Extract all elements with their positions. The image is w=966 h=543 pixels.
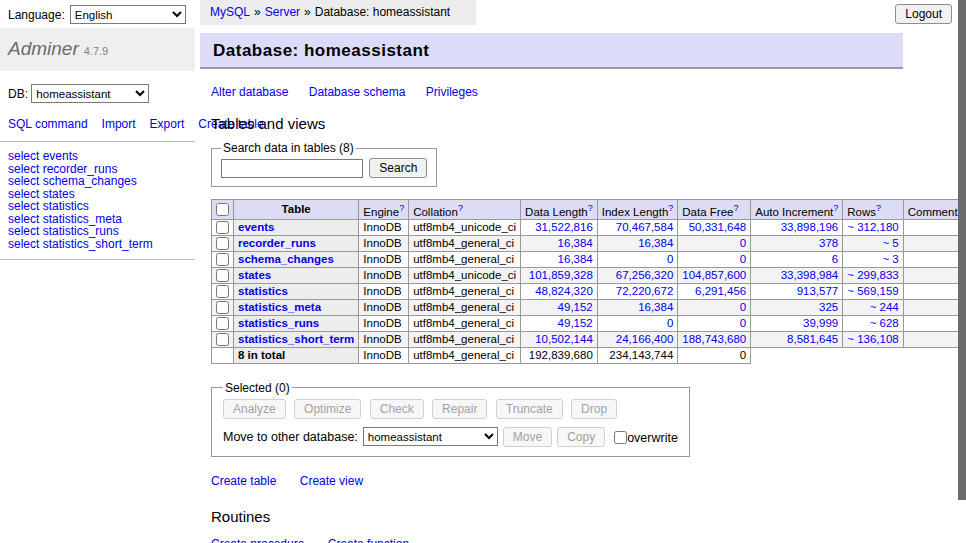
search-input[interactable] (221, 159, 363, 178)
rows-count-link[interactable]: ~ 136,108 (847, 333, 898, 345)
index-length-link[interactable]: 0 (667, 317, 673, 329)
overwrite-checkbox[interactable] (614, 431, 627, 444)
data-free-link[interactable]: 50,331,648 (689, 221, 747, 233)
data-free-link[interactable]: 0 (740, 301, 746, 313)
row-checkbox[interactable] (216, 237, 229, 250)
privileges-link[interactable]: Privileges (426, 85, 478, 99)
rows-count-link[interactable]: ~ 3 (882, 253, 898, 265)
data-free-link[interactable]: 104,857,600 (682, 269, 746, 281)
breadcrumb-mysql-link[interactable]: MySQL (210, 5, 250, 19)
auto-increment-link[interactable]: 33,398,984 (781, 269, 839, 281)
data-length-link[interactable]: 49,152 (558, 301, 593, 313)
col-table: Table (234, 200, 359, 220)
selected-legend: Selected (0) (223, 381, 292, 395)
table-name-link[interactable]: statistics_runs (238, 317, 319, 329)
row-checkbox[interactable] (216, 301, 229, 314)
auto-increment-link[interactable]: 325 (819, 301, 838, 313)
table-name-link[interactable]: statistics_meta (238, 301, 321, 313)
help-icon[interactable]: ? (458, 203, 463, 213)
rows-count-link[interactable]: ~ 628 (870, 317, 899, 329)
table-name-link[interactable]: events (238, 221, 274, 233)
create-view-link[interactable]: Create view (300, 474, 363, 488)
data-free-link[interactable]: 188,743,680 (682, 333, 746, 345)
help-icon[interactable]: ? (668, 203, 673, 213)
data-length-link[interactable]: 101,859,328 (529, 269, 593, 281)
select-all-checkbox[interactable] (216, 203, 229, 216)
row-checkbox[interactable] (216, 269, 229, 282)
auto-increment-link[interactable]: 8,581,645 (787, 333, 838, 345)
data-free-link[interactable]: 6,291,456 (695, 285, 746, 297)
auto-increment-link[interactable]: 33,898,196 (781, 221, 839, 233)
help-icon[interactable]: ? (399, 203, 404, 213)
table-name-link[interactable]: statistics (238, 285, 288, 297)
index-length-link[interactable]: 67,256,320 (616, 269, 674, 281)
scrollbar-thumb[interactable] (958, 0, 966, 500)
index-length-link[interactable]: 16,384 (638, 237, 673, 249)
rows-count-link[interactable]: ~ 569,159 (847, 285, 898, 297)
move-button[interactable]: Move (503, 427, 552, 447)
table-name-link[interactable]: states (238, 269, 271, 281)
index-length-link[interactable]: 72,220,672 (616, 285, 674, 297)
row-checkbox[interactable] (216, 221, 229, 234)
auto-increment-link[interactable]: 6 (832, 253, 838, 265)
sidebar-item-select-statistics[interactable]: select statistics (8, 200, 195, 213)
data-length-link[interactable]: 16,384 (558, 253, 593, 265)
sidebar-item-select-events[interactable]: select events (8, 150, 195, 163)
table-name-link[interactable]: recorder_runs (238, 237, 316, 249)
breadcrumb-server-link[interactable]: Server (265, 5, 300, 19)
data-free-link[interactable]: 0 (740, 237, 746, 249)
data-length-link[interactable]: 48,824,320 (535, 285, 593, 297)
data-length-link[interactable]: 31,522,816 (535, 221, 593, 233)
table-name-link[interactable]: schema_changes (238, 253, 334, 265)
rows-count-link[interactable]: ~ 5 (882, 237, 898, 249)
data-length-link[interactable]: 16,384 (558, 237, 593, 249)
help-icon[interactable]: ? (833, 203, 838, 213)
sql-command-link[interactable]: SQL command (8, 117, 88, 131)
drop-button[interactable]: Drop (571, 399, 617, 419)
sidebar-item-select-schema-changes[interactable]: select schema_changes (8, 175, 195, 188)
index-length-link[interactable]: 16,384 (638, 301, 673, 313)
auto-increment-link[interactable]: 39,999 (803, 317, 838, 329)
app-header: Adminer4.7.9 (0, 28, 195, 71)
overwrite-label[interactable]: overwrite (627, 431, 678, 445)
check-button[interactable]: Check (370, 399, 424, 419)
auto-increment-link[interactable]: 378 (819, 237, 838, 249)
rows-count-link[interactable]: ~ 299,833 (847, 269, 898, 281)
row-checkbox[interactable] (216, 317, 229, 330)
data-free-link[interactable]: 0 (740, 253, 746, 265)
db-select[interactable]: homeassistant (31, 84, 149, 103)
table-name-link[interactable]: statistics_short_term (238, 333, 354, 345)
export-link[interactable]: Export (150, 117, 185, 131)
truncate-button[interactable]: Truncate (496, 399, 563, 419)
data-length-link[interactable]: 49,152 (558, 317, 593, 329)
row-checkbox[interactable] (216, 253, 229, 266)
selected-fieldset: Selected (0) Analyze Optimize Check Repa… (211, 381, 690, 457)
help-icon[interactable]: ? (588, 203, 593, 213)
data-length-link[interactable]: 10,502,144 (535, 333, 593, 345)
copy-button[interactable]: Copy (557, 427, 605, 447)
sidebar-item-select-statistics-runs[interactable]: select statistics_runs (8, 225, 195, 238)
row-checkbox[interactable] (216, 333, 229, 346)
index-length-link[interactable]: 0 (667, 253, 673, 265)
create-function-link[interactable]: Create function (328, 537, 409, 543)
data-free-link[interactable]: 0 (740, 317, 746, 329)
help-icon[interactable]: ? (876, 203, 881, 213)
auto-increment-link[interactable]: 913,577 (797, 285, 839, 297)
create-procedure-link[interactable]: Create procedure (211, 537, 304, 543)
analyze-button[interactable]: Analyze (223, 399, 286, 419)
index-length-link[interactable]: 70,467,584 (616, 221, 674, 233)
create-table-link-main[interactable]: Create table (211, 474, 276, 488)
search-button[interactable]: Search (369, 158, 427, 178)
import-link[interactable]: Import (102, 117, 136, 131)
index-length-link[interactable]: 24,166,400 (616, 333, 674, 345)
alter-database-link[interactable]: Alter database (211, 85, 288, 99)
sidebar-item-select-statistics-short-term[interactable]: select statistics_short_term (8, 238, 195, 251)
repair-button[interactable]: Repair (432, 399, 487, 419)
rows-count-link[interactable]: ~ 312,180 (847, 221, 898, 233)
help-icon[interactable]: ? (733, 203, 738, 213)
rows-count-link[interactable]: ~ 244 (870, 301, 899, 313)
database-schema-link[interactable]: Database schema (309, 85, 406, 99)
move-db-select[interactable]: homeassistant (363, 427, 498, 446)
optimize-button[interactable]: Optimize (294, 399, 361, 419)
row-checkbox[interactable] (216, 285, 229, 298)
